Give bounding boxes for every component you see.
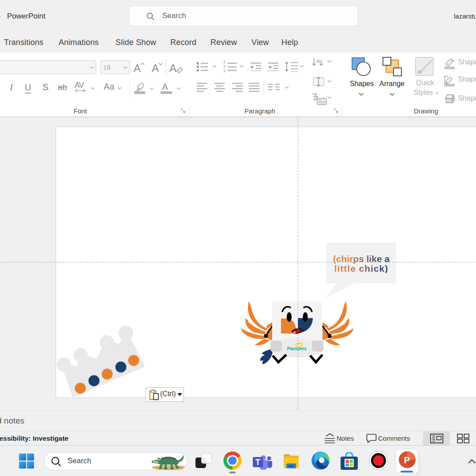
svg-text:P: P <box>404 455 410 465</box>
svg-text:Pampers: Pampers <box>287 346 307 351</box>
svg-text:A: A <box>316 58 320 64</box>
